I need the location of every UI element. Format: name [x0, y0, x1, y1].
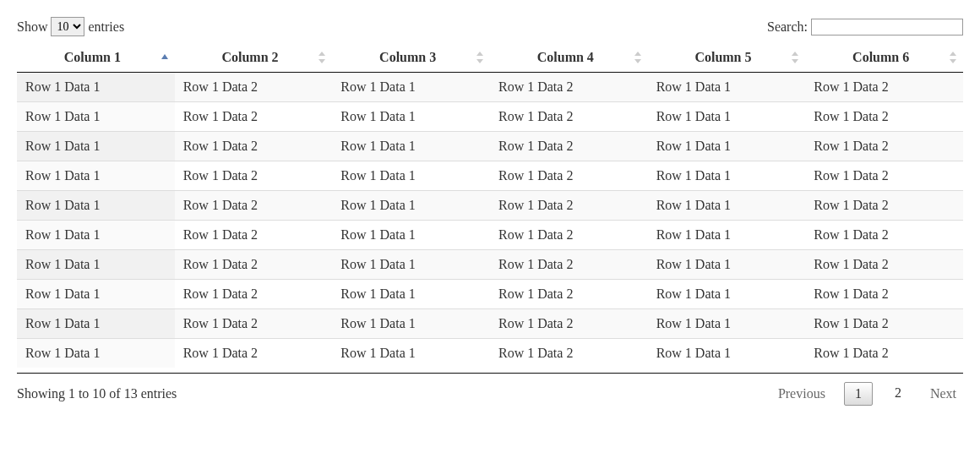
search-label: Search: [767, 19, 808, 35]
table-cell: Row 1 Data 2 [805, 73, 963, 102]
table-cell: Row 1 Data 2 [175, 102, 333, 132]
table-cell: Row 1 Data 2 [805, 102, 963, 132]
table-row: Row 1 Data 1Row 1 Data 2Row 1 Data 1Row … [17, 102, 963, 132]
table-cell: Row 1 Data 1 [648, 221, 806, 250]
table-cell: Row 1 Data 2 [175, 309, 333, 339]
table-cell: Row 1 Data 1 [17, 221, 175, 250]
page-number[interactable]: 1 [844, 382, 873, 406]
length-show-label: Show [17, 19, 47, 35]
length-control: Show 10 entries [17, 17, 124, 36]
datatable-wrapper: Show 10 entries Search: Column 1Column 2… [17, 17, 963, 406]
page-number[interactable]: 2 [885, 382, 912, 406]
table-row: Row 1 Data 1Row 1 Data 2Row 1 Data 1Row … [17, 191, 963, 221]
table-cell: Row 1 Data 1 [332, 102, 490, 132]
table-row: Row 1 Data 1Row 1 Data 2Row 1 Data 1Row … [17, 250, 963, 280]
table-body: Row 1 Data 1Row 1 Data 2Row 1 Data 1Row … [17, 73, 963, 368]
top-bar: Show 10 entries Search: [17, 17, 963, 36]
table-cell: Row 1 Data 1 [17, 102, 175, 132]
table-cell: Row 1 Data 1 [17, 250, 175, 280]
table-cell: Row 1 Data 2 [805, 250, 963, 280]
table-cell: Row 1 Data 2 [805, 161, 963, 191]
table-cell: Row 1 Data 2 [490, 250, 648, 280]
table-cell: Row 1 Data 2 [490, 161, 648, 191]
table-cell: Row 1 Data 1 [17, 280, 175, 309]
sort-asc-icon [160, 51, 170, 64]
table-cell: Row 1 Data 1 [648, 280, 806, 309]
column-header[interactable]: Column 2 [175, 43, 333, 73]
length-entries-label: entries [88, 19, 124, 35]
table-cell: Row 1 Data 2 [805, 221, 963, 250]
length-select[interactable]: 10 [51, 17, 84, 36]
table-cell: Row 1 Data 1 [17, 339, 175, 368]
table-cell: Row 1 Data 2 [490, 221, 648, 250]
sort-icon [633, 51, 643, 64]
table-row: Row 1 Data 1Row 1 Data 2Row 1 Data 1Row … [17, 161, 963, 191]
table-cell: Row 1 Data 1 [17, 73, 175, 102]
table-info: Showing 1 to 10 of 13 entries [17, 386, 177, 401]
table-cell: Row 1 Data 2 [490, 339, 648, 368]
table-cell: Row 1 Data 1 [332, 221, 490, 250]
pagination: Previous 12 Next [771, 382, 963, 406]
table-cell: Row 1 Data 2 [490, 102, 648, 132]
table-cell: Row 1 Data 1 [17, 132, 175, 161]
table-cell: Row 1 Data 1 [332, 191, 490, 221]
table-cell: Row 1 Data 2 [175, 73, 333, 102]
next-button[interactable]: Next [923, 383, 963, 405]
bottom-bar: Showing 1 to 10 of 13 entries Previous 1… [17, 373, 963, 406]
table-cell: Row 1 Data 2 [805, 132, 963, 161]
table-cell: Row 1 Data 2 [490, 191, 648, 221]
table-cell: Row 1 Data 1 [17, 191, 175, 221]
table-cell: Row 1 Data 1 [648, 339, 806, 368]
table-cell: Row 1 Data 1 [648, 102, 806, 132]
table-cell: Row 1 Data 2 [175, 280, 333, 309]
table-cell: Row 1 Data 1 [17, 161, 175, 191]
table-cell: Row 1 Data 2 [490, 132, 648, 161]
sort-icon [790, 51, 800, 64]
table-row: Row 1 Data 1Row 1 Data 2Row 1 Data 1Row … [17, 132, 963, 161]
table-cell: Row 1 Data 1 [332, 250, 490, 280]
table-cell: Row 1 Data 2 [175, 339, 333, 368]
table-cell: Row 1 Data 1 [648, 132, 806, 161]
search-control: Search: [767, 19, 963, 35]
column-header-label: Column 4 [537, 50, 594, 64]
column-header[interactable]: Column 6 [805, 43, 963, 73]
column-header-label: Column 6 [852, 50, 909, 64]
table-cell: Row 1 Data 2 [805, 339, 963, 368]
table-cell: Row 1 Data 2 [175, 221, 333, 250]
table-cell: Row 1 Data 2 [805, 280, 963, 309]
sort-icon [948, 51, 958, 64]
table-cell: Row 1 Data 2 [805, 191, 963, 221]
table-cell: Row 1 Data 2 [175, 132, 333, 161]
table-cell: Row 1 Data 1 [332, 309, 490, 339]
table-cell: Row 1 Data 1 [332, 339, 490, 368]
sort-icon [475, 51, 485, 64]
table-row: Row 1 Data 1Row 1 Data 2Row 1 Data 1Row … [17, 280, 963, 309]
column-header-label: Column 2 [221, 50, 278, 64]
table-cell: Row 1 Data 1 [648, 73, 806, 102]
table-cell: Row 1 Data 1 [648, 161, 806, 191]
table-cell: Row 1 Data 1 [648, 250, 806, 280]
column-header[interactable]: Column 5 [648, 43, 806, 73]
table-cell: Row 1 Data 1 [332, 280, 490, 309]
search-input[interactable] [811, 19, 963, 35]
table-row: Row 1 Data 1Row 1 Data 2Row 1 Data 1Row … [17, 309, 963, 339]
table-cell: Row 1 Data 1 [332, 161, 490, 191]
table-cell: Row 1 Data 2 [490, 73, 648, 102]
column-header[interactable]: Column 1 [17, 43, 175, 73]
column-header[interactable]: Column 4 [490, 43, 648, 73]
table-cell: Row 1 Data 2 [805, 309, 963, 339]
table-cell: Row 1 Data 2 [490, 280, 648, 309]
table-row: Row 1 Data 1Row 1 Data 2Row 1 Data 1Row … [17, 221, 963, 250]
table-cell: Row 1 Data 1 [332, 132, 490, 161]
column-header-label: Column 1 [64, 50, 121, 64]
previous-button[interactable]: Previous [771, 383, 832, 405]
table-cell: Row 1 Data 1 [648, 309, 806, 339]
column-header[interactable]: Column 3 [332, 43, 490, 73]
table-cell: Row 1 Data 2 [175, 161, 333, 191]
table-cell: Row 1 Data 1 [648, 191, 806, 221]
data-table: Column 1Column 2Column 3Column 4Column 5… [17, 43, 963, 368]
column-header-label: Column 5 [694, 50, 751, 64]
table-cell: Row 1 Data 1 [17, 309, 175, 339]
table-row: Row 1 Data 1Row 1 Data 2Row 1 Data 1Row … [17, 339, 963, 368]
table-head: Column 1Column 2Column 3Column 4Column 5… [17, 43, 963, 73]
